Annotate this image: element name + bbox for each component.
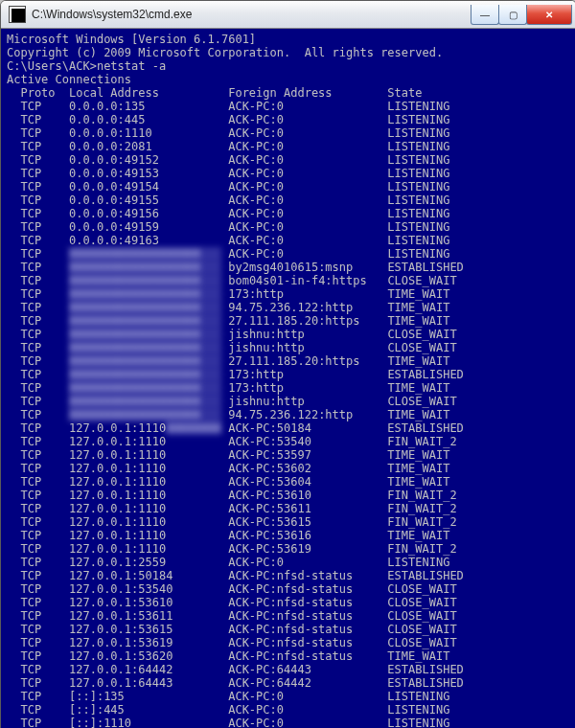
output-line: TCP 0.0.0.0:49152 ACK-PC:0 LISTENING (7, 153, 574, 167)
console-output[interactable]: Microsoft Windows [Version 6.1.7601]Copy… (1, 29, 575, 728)
output-line: TCP 127.0.0.1:53540 ACK-PC:nfsd-status C… (7, 582, 574, 596)
output-line: TCP 127.0.0.1:53619 ACK-PC:nfsd-status C… (7, 636, 574, 649)
output-line: TCP 127.0.0.1:1110XXXXXXXX ACK-PC:50184 … (7, 421, 574, 435)
output-line: TCP 127.0.0.1:53615 ACK-PC:nfsd-status C… (7, 623, 574, 636)
output-line: TCP XXXXXXXXXXXXXXXXXXX ACK-PC:0 LISTENI… (7, 247, 574, 261)
output-line: Proto Local Address Foreign Address Stat… (7, 86, 574, 100)
output-line: TCP 0.0.0.0:135 ACK-PC:0 LISTENING (7, 100, 574, 113)
output-line: TCP 127.0.0.1:1110 ACK-PC:53616 TIME_WAI… (7, 529, 574, 542)
output-line: TCP 0.0.0.0:1110 ACK-PC:0 LISTENING (7, 126, 574, 140)
output-line: TCP 0.0.0.0:49155 ACK-PC:0 LISTENING (7, 193, 574, 207)
output-line: TCP 127.0.0.1:64443 ACK-PC:64442 ESTABLI… (7, 676, 574, 690)
output-line: TCP [::]:1110 ACK-PC:0 LISTENING (7, 717, 574, 728)
output-line: TCP 127.0.0.1:1110 ACK-PC:53615 FIN_WAIT… (7, 515, 574, 529)
output-line: TCP 0.0.0.0:49159 ACK-PC:0 LISTENING (7, 220, 574, 234)
output-line: TCP XXXXXXXXXXXXXXXXXXX by2msg4010615:ms… (7, 261, 574, 274)
output-line: TCP 127.0.0.1:1110 ACK-PC:53597 TIME_WAI… (7, 448, 574, 462)
output-line: TCP 0.0.0.0:445 ACK-PC:0 LISTENING (7, 113, 574, 126)
output-line: TCP XXXXXXXXXXXXXXXXXXX 94.75.236.122:ht… (7, 301, 574, 314)
output-line: TCP 0.0.0.0:49154 ACK-PC:0 LISTENING (7, 180, 574, 193)
close-button[interactable]: ✕ (526, 5, 572, 25)
output-line: TCP 127.0.0.1:1110 ACK-PC:53604 TIME_WAI… (7, 475, 574, 489)
output-line: C:\Users\ACK>netstat -a (7, 59, 574, 73)
output-line: TCP XXXXXXXXXXXXXXXXXXX 27.111.185.20:ht… (7, 354, 574, 368)
window-title: C:\Windows\system32\cmd.exe (32, 8, 472, 21)
output-line: Active Connections (7, 73, 574, 86)
output-line: Copyright (c) 2009 Microsoft Corporation… (7, 46, 574, 59)
maximize-button[interactable]: ▢ (498, 5, 527, 25)
output-line: TCP XXXXXXXXXXXXXXXXXXX jishnu:http CLOS… (7, 395, 574, 408)
output-line: TCP 127.0.0.1:1110 ACK-PC:53611 FIN_WAIT… (7, 502, 574, 515)
output-line: TCP 0.0.0.0:49163 ACK-PC:0 LISTENING (7, 234, 574, 247)
output-line: TCP 127.0.0.1:64442 ACK-PC:64443 ESTABLI… (7, 663, 574, 676)
output-line: TCP 127.0.0.1:1110 ACK-PC:53602 TIME_WAI… (7, 462, 574, 475)
output-line: TCP XXXXXXXXXXXXXXXXXXX 94.75.236.122:ht… (7, 408, 574, 421)
output-line: TCP 127.0.0.1:50184 ACK-PC:nfsd-status E… (7, 569, 574, 582)
output-line: TCP XXXXXXXXXXXXXXXXXXX 173:http TIME_WA… (7, 381, 574, 395)
output-line: TCP XXXXXXXXXXXXXXXXXXX 173:http TIME_WA… (7, 287, 574, 301)
output-line: TCP XXXXXXXXXXXXXXXXXXX 27.111.185.20:ht… (7, 314, 574, 328)
output-line: TCP 127.0.0.1:53620 ACK-PC:nfsd-status T… (7, 649, 574, 663)
output-line: TCP [::]:135 ACK-PC:0 LISTENING (7, 690, 574, 703)
window-controls: — ▢ ✕ (472, 5, 572, 24)
output-line: Microsoft Windows [Version 6.1.7601] (7, 33, 574, 46)
output-line: TCP XXXXXXXXXXXXXXXXXXX jishnu:http CLOS… (7, 328, 574, 341)
output-line: TCP 0.0.0.0:2081 ACK-PC:0 LISTENING (7, 140, 574, 153)
output-line: TCP 0.0.0.0:49156 ACK-PC:0 LISTENING (7, 207, 574, 220)
cmd-window: C:\Windows\system32\cmd.exe — ▢ ✕ Micros… (0, 0, 575, 728)
output-line: TCP 127.0.0.1:1110 ACK-PC:53619 FIN_WAIT… (7, 542, 574, 556)
cmd-icon (9, 6, 26, 23)
output-line: TCP 127.0.0.1:53610 ACK-PC:nfsd-status C… (7, 596, 574, 609)
minimize-button[interactable]: — (471, 5, 499, 25)
output-line: TCP XXXXXXXXXXXXXXXXXXX jishnu:http CLOS… (7, 341, 574, 354)
output-line: TCP 127.0.0.1:2559 ACK-PC:0 LISTENING (7, 556, 574, 569)
output-line: TCP XXXXXXXXXXXXXXXXXXX 173:http ESTABLI… (7, 368, 574, 381)
titlebar[interactable]: C:\Windows\system32\cmd.exe — ▢ ✕ (1, 1, 575, 29)
output-line: TCP [::]:445 ACK-PC:0 LISTENING (7, 703, 574, 717)
output-line: TCP 127.0.0.1:53611 ACK-PC:nfsd-status C… (7, 609, 574, 623)
output-line: TCP 127.0.0.1:1110 ACK-PC:53540 FIN_WAIT… (7, 435, 574, 448)
output-line: TCP 127.0.0.1:1110 ACK-PC:53610 FIN_WAIT… (7, 489, 574, 502)
output-line: TCP XXXXXXXXXXXXXXXXXXX bom04s01-in-f4:h… (7, 274, 574, 287)
output-line: TCP 0.0.0.0:49153 ACK-PC:0 LISTENING (7, 167, 574, 180)
